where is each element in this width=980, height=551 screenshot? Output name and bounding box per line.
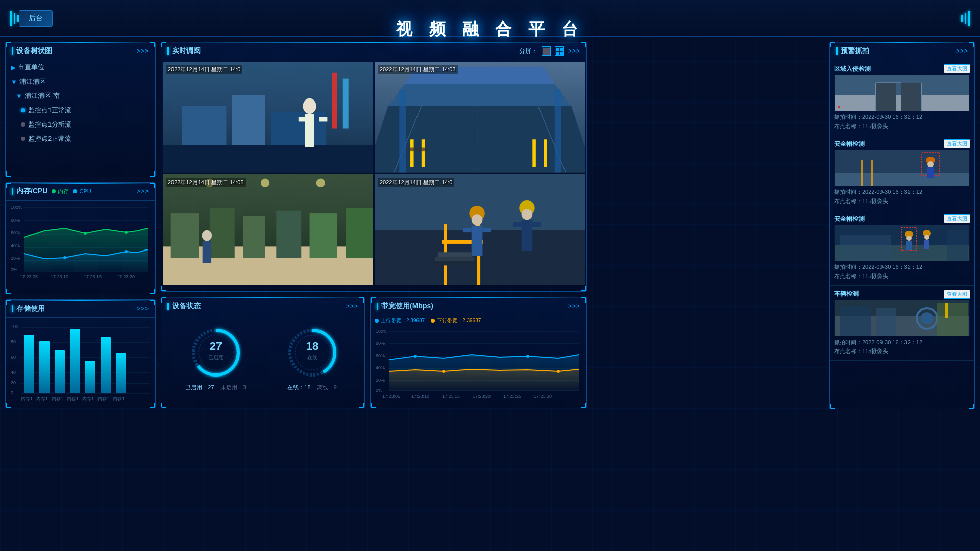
video-3-svg xyxy=(163,174,373,286)
svg-rect-40 xyxy=(116,353,126,393)
alert-img-svg-2 xyxy=(834,150,970,186)
svg-rect-180 xyxy=(937,303,968,336)
svg-point-136 xyxy=(557,370,560,373)
svg-point-87 xyxy=(261,178,270,187)
svg-point-179 xyxy=(921,312,933,324)
video-cell-2[interactable]: 2022年12月14日 星期二 14:03 xyxy=(375,62,585,173)
tree-item-2[interactable]: ▼ 浦江浦区-南 xyxy=(6,89,155,103)
split-1-button[interactable] xyxy=(542,46,551,56)
svg-rect-38 xyxy=(85,361,95,393)
svg-point-14 xyxy=(125,231,128,234)
svg-text:18: 18 xyxy=(306,340,318,353)
device-status-header: 设备状态 >>> xyxy=(161,297,364,315)
bandwidth-title: 带宽使用(Mbps) xyxy=(377,302,433,311)
svg-point-97 xyxy=(472,214,483,226)
svg-text:17:23:05: 17:23:05 xyxy=(382,394,400,398)
header-deco-right xyxy=(961,11,970,26)
device-tree-header: 设备树状图 >>> xyxy=(6,42,155,60)
storage-chart-area: 100 80 60 40 20 0 xyxy=(6,318,155,403)
svg-text:内存1: 内存1 xyxy=(82,396,94,402)
svg-text:40: 40 xyxy=(11,370,16,375)
video-cell-1[interactable]: 2022年12月14日 星期二 14:0 xyxy=(163,62,373,173)
tree-item-5[interactable]: 监控点2正常流 xyxy=(6,132,155,146)
cpu-memory-more[interactable]: >>> xyxy=(137,188,149,195)
upload-legend: 上行带宽：2.39687 xyxy=(375,317,425,324)
cpu-memory-header: 内存/CPU 内存 CPU >>> xyxy=(6,183,155,201)
deco-bar-6 xyxy=(961,15,963,22)
svg-rect-73 xyxy=(399,89,406,172)
disabled-value: 未启用：3 xyxy=(220,384,246,390)
alert-meta-3: 抓拍时间：2022-09-30 16：32：12 布点名称：115摄像头 xyxy=(834,263,970,281)
svg-text:17:23:30: 17:23:30 xyxy=(534,394,552,398)
memory-legend: 内存 xyxy=(52,188,69,195)
video-cell-4[interactable]: 2022年12月14日 星期二 14:0 xyxy=(375,174,585,286)
alert-type-1: 区域入侵检测 查看大图 xyxy=(834,64,970,73)
tree-dot-3 xyxy=(21,108,25,112)
svg-rect-71 xyxy=(544,139,547,167)
tree-item-4[interactable]: 监控点1分析流 xyxy=(6,117,155,132)
video-1-svg xyxy=(163,62,373,173)
svg-text:100%: 100% xyxy=(11,205,22,210)
alerts-more[interactable]: >>> xyxy=(956,47,968,55)
back-button[interactable]: 后台 xyxy=(19,10,53,27)
alert-view-btn-3[interactable]: 查看大图 xyxy=(944,214,970,223)
svg-rect-171 xyxy=(840,235,891,261)
alert-view-btn-4[interactable]: 查看大图 xyxy=(944,290,970,299)
video-timestamp-2: 2022年12月14日 星期二 14:03 xyxy=(378,65,458,74)
svg-rect-39 xyxy=(101,337,111,393)
bandwidth-more[interactable]: >>> xyxy=(568,303,580,310)
alert-view-btn-1[interactable]: 查看大图 xyxy=(944,64,970,73)
svg-rect-79 xyxy=(210,208,235,258)
svg-rect-34 xyxy=(24,335,34,393)
alert-time-2: 抓拍时间：2022-09-30 16：32：12 xyxy=(834,188,970,197)
svg-rect-160 xyxy=(871,160,873,186)
tree-label-5: 监控点2正常流 xyxy=(28,134,71,143)
realtime-more[interactable]: >>> xyxy=(568,47,580,55)
alert-item-4: 车辆检测 查看大图 抓拍时间：2022-09-30 16：32：12 布点名称 xyxy=(830,286,974,361)
video-timestamp-1: 2022年12月14日 星期二 14:0 xyxy=(166,65,242,74)
storage-more[interactable]: >>> xyxy=(137,305,149,312)
alerts-title: 预警抓拍 xyxy=(836,46,869,56)
svg-text:27: 27 xyxy=(209,340,222,353)
svg-rect-83 xyxy=(346,208,373,258)
alert-time-3: 抓拍时间：2022-09-30 16：32：12 xyxy=(834,263,970,272)
alert-meta-2: 抓拍时间：2022-09-30 16：32：12 布点名称：115摄像头 xyxy=(834,188,970,206)
svg-text:40%: 40% xyxy=(11,243,20,248)
svg-rect-58 xyxy=(332,73,337,129)
tree-dot-4 xyxy=(21,122,25,127)
svg-rect-37 xyxy=(70,329,80,393)
video-cell-3[interactable]: 2022年12月14日 星期二 14:05 xyxy=(163,174,373,286)
svg-text:内存1: 内存1 xyxy=(52,396,63,402)
svg-rect-167 xyxy=(906,241,912,250)
tree-item-0[interactable]: ▶ 市直单位 xyxy=(6,60,155,74)
alert-label-2: 安全帽检测 xyxy=(834,140,865,148)
alert-view-btn-2[interactable]: 查看大图 xyxy=(944,139,970,148)
svg-text:17:23:15: 17:23:15 xyxy=(442,394,460,398)
svg-point-169 xyxy=(924,235,929,240)
alert-img-3 xyxy=(834,225,970,261)
bandwidth-chart-area: 上行带宽：2.39687 下行带宽：2.39687 100% 80% 60% 4… xyxy=(371,315,586,403)
alert-camera-2: 布点名称：115摄像头 xyxy=(834,197,970,206)
device-tree-more[interactable]: >>> xyxy=(137,47,149,55)
split-4-button[interactable] xyxy=(555,46,564,56)
device-status-more[interactable]: >>> xyxy=(346,303,358,310)
svg-text:80%: 80% xyxy=(376,341,385,346)
svg-text:20%: 20% xyxy=(11,256,20,261)
tree-item-3[interactable]: 监控点1正常流 xyxy=(6,103,155,117)
storage-panel: 存储使用 >>> 100 80 60 40 20 0 xyxy=(5,299,156,408)
donut-container: 27 已启用 已启用：27 未启用：3 xyxy=(161,315,364,400)
video-timestamp-4: 2022年12月14日 星期二 14:0 xyxy=(378,178,454,187)
svg-point-17 xyxy=(125,250,128,253)
svg-rect-100 xyxy=(482,228,491,232)
split-label: 分屏： xyxy=(519,47,537,56)
deco-bar-1 xyxy=(10,11,12,26)
storage-title: 存储使用 xyxy=(12,304,45,313)
svg-rect-98 xyxy=(472,226,483,256)
donut-online-svg: 18 在线 xyxy=(284,324,340,381)
alert-meta-4: 抓拍时间：2022-09-30 16：32：12 布点名称：115摄像头 xyxy=(834,338,970,356)
tree-item-1[interactable]: ▼ 浦江浦区 xyxy=(6,74,155,89)
svg-text:内存1: 内存1 xyxy=(67,396,79,402)
svg-rect-99 xyxy=(463,228,471,232)
tree-arrow-0: ▶ xyxy=(11,64,16,71)
online-label: 在线：18 离线：9 xyxy=(287,384,337,391)
